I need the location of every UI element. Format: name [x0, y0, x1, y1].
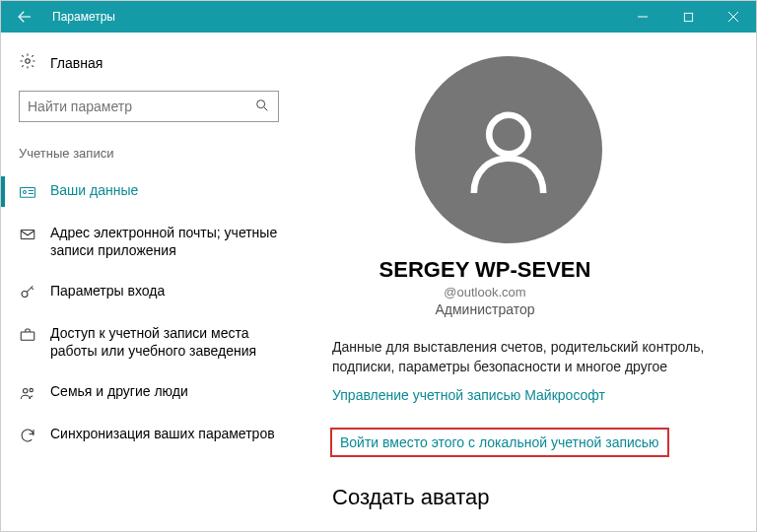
sidebar-item-work-access[interactable]: Доступ к учетной записи места работы или…: [1, 313, 297, 371]
mail-icon: [19, 226, 36, 243]
sidebar-item-label: Параметры входа: [50, 283, 165, 300]
user-role: Администратор: [435, 301, 534, 317]
gear-icon: [19, 52, 36, 73]
search-input[interactable]: [19, 91, 279, 122]
create-avatar-heading: Создать аватар: [332, 485, 732, 510]
sidebar-item-label: Синхронизация ваших параметров: [50, 426, 275, 443]
svg-point-8: [24, 389, 29, 394]
sidebar-home[interactable]: Главная: [1, 33, 297, 87]
svg-point-4: [24, 191, 27, 194]
svg-rect-3: [21, 188, 35, 198]
user-name: SERGEY WP-SEVEN: [379, 257, 591, 283]
svg-point-10: [489, 115, 528, 155]
window-title: Параметры: [48, 10, 620, 24]
sidebar-item-your-info[interactable]: Ваши данные: [1, 170, 297, 213]
search-field[interactable]: [28, 99, 254, 114]
svg-point-2: [257, 100, 265, 107]
avatar: [415, 56, 602, 243]
content-area: SERGEY WP-SEVEN @outlook.com Администрат…: [297, 33, 756, 531]
svg-point-1: [26, 59, 31, 64]
sync-icon: [19, 427, 36, 444]
minimize-button[interactable]: [620, 1, 665, 33]
sidebar-item-label: Ваши данные: [50, 182, 138, 200]
sidebar: Главная Учетные записи Ваши данные Адрес…: [1, 33, 297, 531]
account-description: Данные для выставления счетов, родительс…: [332, 337, 732, 377]
sidebar-nav: Ваши данные Адрес электронной почты; уче…: [1, 170, 297, 456]
user-email: @outlook.com: [332, 285, 638, 299]
titlebar: Параметры: [1, 1, 756, 33]
svg-rect-5: [21, 231, 34, 239]
search-icon: [254, 98, 270, 116]
key-icon: [19, 284, 36, 301]
sidebar-section-header: Учетные записи: [1, 122, 297, 170]
sidebar-item-label: Адрес электронной почты; учетные записи …: [50, 225, 279, 259]
manage-account-link[interactable]: Управление учетной записью Майкрософт: [332, 387, 605, 403]
sidebar-home-label: Главная: [50, 55, 103, 71]
close-button[interactable]: [711, 1, 756, 33]
people-icon: [19, 384, 36, 402]
switch-to-local-link[interactable]: Войти вместо этого с локальной учетной з…: [332, 430, 667, 455]
sidebar-item-label: Доступ к учетной записи места работы или…: [50, 325, 279, 360]
id-card-icon: [19, 183, 36, 201]
maximize-button[interactable]: [665, 1, 711, 33]
svg-point-9: [30, 388, 33, 391]
svg-rect-0: [684, 13, 692, 21]
sidebar-item-email-accounts[interactable]: Адрес электронной почты; учетные записи …: [1, 213, 297, 271]
back-button[interactable]: [1, 1, 48, 33]
briefcase-icon: [19, 326, 36, 344]
window-controls: [620, 1, 756, 33]
sidebar-item-signin-options[interactable]: Параметры входа: [1, 271, 297, 313]
svg-rect-7: [21, 332, 34, 340]
sidebar-item-family[interactable]: Семья и другие люди: [1, 371, 297, 414]
sidebar-item-sync[interactable]: Синхронизация ваших параметров: [1, 414, 297, 456]
sidebar-item-label: Семья и другие люди: [50, 383, 188, 401]
svg-point-6: [22, 292, 28, 298]
